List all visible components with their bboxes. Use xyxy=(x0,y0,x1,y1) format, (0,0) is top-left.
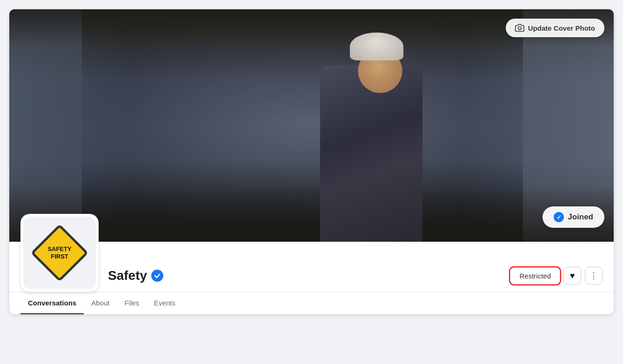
joined-check-icon: ✓ xyxy=(554,212,564,222)
group-info-row: Safety Restricted ♥ ⋮ xyxy=(108,259,603,292)
camera-icon xyxy=(515,23,524,33)
heart-button[interactable]: ♥ xyxy=(563,267,581,285)
safety-sign: SAFETY FIRST xyxy=(34,227,85,278)
verified-icon xyxy=(151,270,163,282)
cover-photo-area: Update Cover Photo ✓ Joined xyxy=(9,9,614,242)
joined-button[interactable]: ✓ Joined xyxy=(543,206,604,228)
group-name: Safety xyxy=(108,268,147,283)
safety-sign-text: SAFETY FIRST xyxy=(47,245,71,260)
more-options-button[interactable]: ⋮ xyxy=(585,267,603,285)
person-body xyxy=(320,65,422,242)
action-buttons: Restricted ♥ ⋮ xyxy=(510,267,603,285)
more-icon: ⋮ xyxy=(590,271,598,281)
restricted-button[interactable]: Restricted xyxy=(510,268,560,284)
profile-section: SAFETY FIRST Safety Res xyxy=(9,242,614,292)
tab-files[interactable]: Files xyxy=(117,292,147,314)
update-cover-label: Update Cover Photo xyxy=(528,24,595,32)
svg-point-1 xyxy=(151,270,163,282)
person-area xyxy=(297,42,446,242)
tab-conversations[interactable]: Conversations xyxy=(20,292,84,314)
nav-tabs: Conversations About Files Events xyxy=(9,292,614,314)
hard-hat xyxy=(350,33,403,60)
verified-badge xyxy=(151,269,164,282)
restricted-label: Restricted xyxy=(519,272,551,280)
tab-events[interactable]: Events xyxy=(147,292,183,314)
group-page: Update Cover Photo ✓ Joined SAFETY FIRST xyxy=(9,9,614,314)
update-cover-button[interactable]: Update Cover Photo xyxy=(506,19,604,37)
group-name-area: Safety xyxy=(108,268,164,283)
svg-point-0 xyxy=(518,27,521,30)
heart-icon: ♥ xyxy=(570,271,575,281)
group-avatar: SAFETY FIRST xyxy=(20,214,99,292)
tab-about[interactable]: About xyxy=(84,292,117,314)
group-avatar-inner: SAFETY FIRST xyxy=(23,217,96,289)
joined-label: Joined xyxy=(568,212,593,222)
